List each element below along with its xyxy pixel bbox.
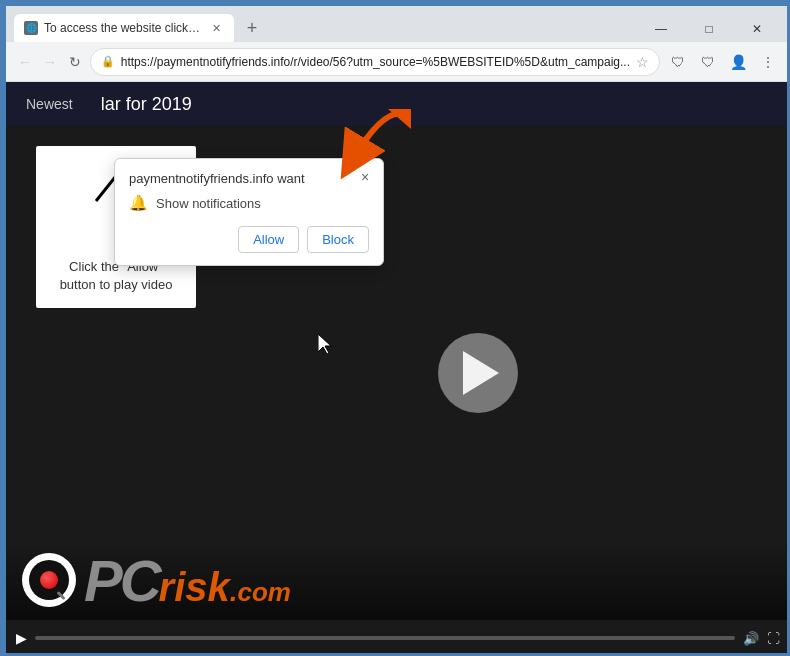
account-icon[interactable]: 👤 [724, 48, 752, 76]
play-triangle-icon [463, 351, 499, 395]
com-text: com [238, 577, 291, 608]
page-frame: Newest lar for 2019 Click the "Allow" bu… [6, 82, 790, 656]
notification-popup: × paymentnotifyfriends.info want 🔔 Show … [114, 158, 384, 266]
bell-icon: 🔔 [129, 194, 148, 212]
svg-marker-1 [318, 334, 331, 354]
popup-close-button[interactable]: × [355, 167, 375, 187]
close-window-button[interactable]: ✕ [734, 14, 780, 44]
tab-favicon: 🌐 [24, 21, 38, 35]
maximize-button[interactable]: □ [686, 14, 732, 44]
forward-button[interactable]: → [39, 48, 60, 76]
volume-icon[interactable]: 🔊 [743, 631, 759, 646]
extension-icon-1[interactable]: 🛡 [664, 48, 692, 76]
video-progress-bar[interactable] [35, 636, 735, 640]
dot-text: . [230, 576, 238, 608]
video-play-icon[interactable]: ▶ [16, 630, 27, 646]
page-title: lar for 2019 [101, 94, 192, 115]
popup-buttons: Allow Block [129, 226, 369, 253]
page-top-bar: Newest lar for 2019 [6, 82, 790, 126]
menu-icon[interactable]: ⋮ [754, 48, 782, 76]
toolbar-icons: 🛡 🛡 👤 ⋮ [664, 48, 782, 76]
lock-icon: 🔒 [101, 55, 115, 68]
minimize-button[interactable]: — [638, 14, 684, 44]
pc-text: PC [84, 547, 159, 614]
bookmark-star-icon[interactable]: ☆ [636, 54, 649, 70]
window-controls: — □ ✕ [638, 14, 780, 44]
tab-close-button[interactable]: ✕ [208, 20, 224, 36]
block-button[interactable]: Block [307, 226, 369, 253]
extension-icon-2[interactable]: 🛡 [694, 48, 722, 76]
video-controls-bar: ▶ 🔊 ⛶ [6, 620, 790, 656]
fullscreen-icon[interactable]: ⛶ [767, 631, 780, 646]
risk-text: risk [159, 565, 230, 610]
notification-label: Show notifications [156, 196, 261, 211]
new-tab-button[interactable]: + [238, 14, 266, 42]
page-nav-newest[interactable]: Newest [22, 90, 77, 118]
reload-button[interactable]: ↻ [65, 48, 86, 76]
back-button[interactable]: ← [14, 48, 35, 76]
allow-button[interactable]: Allow [238, 226, 299, 253]
url-bar[interactable]: 🔒 https://paymentnotifyfriends.info/r/vi… [90, 48, 660, 76]
tab-title: To access the website click the "A [44, 21, 202, 35]
watermark-logo: PC risk . com [22, 547, 291, 614]
browser-tab[interactable]: 🌐 To access the website click the "A ✕ [14, 14, 234, 42]
watermark: PC risk . com [6, 540, 790, 620]
url-text: https://paymentnotifyfriends.info/r/vide… [121, 55, 630, 69]
video-play-button[interactable] [438, 333, 518, 413]
address-bar: ← → ↻ 🔒 https://paymentnotifyfriends.inf… [6, 42, 790, 82]
mouse-cursor [318, 334, 334, 359]
popup-title: paymentnotifyfriends.info want [129, 171, 369, 186]
watermark-text: PC risk . com [84, 547, 291, 614]
title-bar: 🌐 To access the website click the "A ✕ +… [6, 6, 790, 42]
popup-notification-row: 🔔 Show notifications [129, 194, 369, 212]
